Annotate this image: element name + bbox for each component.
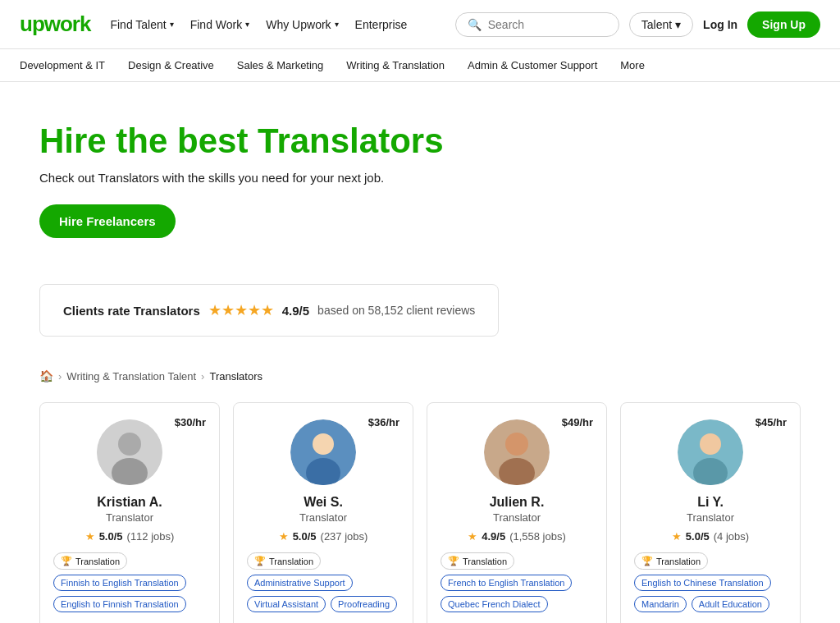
home-icon[interactable]: 🏠 bbox=[39, 369, 53, 383]
card-rate: $45/hr bbox=[756, 416, 787, 428]
svg-point-7 bbox=[505, 433, 528, 456]
breadcrumb-sep-2: › bbox=[201, 370, 204, 383]
cat-nav-item-development---it[interactable]: Development & IT bbox=[20, 59, 105, 71]
talent-label: Talent bbox=[641, 18, 672, 31]
navbar: upwork Find Talent▾Find Work▾Why Upwork▾… bbox=[0, 0, 840, 49]
breadcrumb-sep-1: › bbox=[58, 370, 62, 383]
tag[interactable]: Administrative Support bbox=[247, 575, 353, 591]
svg-point-1 bbox=[118, 433, 141, 456]
jobs-count: (237 jobs) bbox=[321, 530, 368, 543]
rating-score: 4.9/5 bbox=[482, 530, 505, 543]
avatar bbox=[290, 419, 356, 485]
card-rating: ★ 4.9/5 (1,558 jobs) bbox=[468, 530, 566, 543]
search-icon: 🔍 bbox=[468, 18, 482, 31]
avatar bbox=[484, 419, 550, 485]
rating-score: 5.0/5 bbox=[99, 530, 123, 543]
avatar bbox=[97, 419, 162, 485]
card-title: Translator bbox=[299, 511, 347, 524]
rating-score: 5.0/5 bbox=[686, 530, 710, 543]
hire-freelancers-button[interactable]: Hire Freelancers bbox=[39, 204, 176, 238]
card-name: Li Y. bbox=[697, 495, 724, 510]
tag[interactable]: Adult Education bbox=[692, 596, 769, 612]
card-title: Translator bbox=[493, 511, 541, 524]
cat-nav-item-admin---customer-support[interactable]: Admin & Customer Support bbox=[468, 59, 597, 71]
tag[interactable]: Quebec French Dialect bbox=[441, 596, 548, 612]
card-rate: $36/hr bbox=[368, 416, 399, 428]
svg-point-10 bbox=[700, 433, 721, 455]
tag[interactable]: Finnish to English Translation bbox=[53, 575, 186, 591]
search-bar: 🔍 bbox=[455, 12, 619, 37]
tag[interactable]: 🏆 Translation bbox=[53, 552, 127, 570]
hero-title: Hire the best Translators bbox=[39, 121, 801, 161]
tag[interactable]: 🏆 Translation bbox=[634, 552, 708, 570]
nav-link-enterprise[interactable]: Enterprise bbox=[355, 18, 408, 31]
card-rating: ★ 5.0/5 (4 jobs) bbox=[672, 530, 749, 543]
logo[interactable]: upwork bbox=[20, 11, 90, 37]
tag[interactable]: Proofreading bbox=[331, 596, 397, 612]
freelancer-card: $36/hr Wei S. Translator ★ 5.0/5 (237 jo… bbox=[233, 402, 413, 623]
rating-label: Clients rate Translators bbox=[63, 304, 200, 318]
trophy-icon: 🏆 bbox=[254, 556, 266, 566]
breadcrumb: 🏠 › Writing & Translation Talent › Trans… bbox=[0, 356, 840, 389]
talent-dropdown[interactable]: Talent ▾ bbox=[629, 12, 693, 37]
jobs-count: (1,558 jobs) bbox=[509, 530, 566, 543]
tag[interactable]: English to Chinese Translation bbox=[634, 575, 771, 591]
tag[interactable]: English to Finnish Translation bbox=[53, 596, 186, 612]
card-rate: $30/hr bbox=[175, 416, 206, 428]
star-icon: ★ bbox=[468, 530, 477, 543]
navbar-left: upwork Find Talent▾Find Work▾Why Upwork▾… bbox=[20, 11, 407, 37]
card-tags: 🏆 Translation French to English Translat… bbox=[441, 552, 593, 612]
cat-nav-item-design---creative[interactable]: Design & Creative bbox=[128, 59, 214, 71]
card-title: Translator bbox=[687, 511, 734, 524]
card-rating: ★ 5.0/5 (237 jobs) bbox=[279, 530, 368, 543]
chevron-down-icon: ▾ bbox=[170, 20, 174, 29]
card-tags: 🏆 Translation English to Chinese Transla… bbox=[634, 552, 787, 612]
rating-score: 4.9/5 bbox=[282, 304, 309, 318]
cards-container: $30/hr Kristian A. Translator ★ 5.0/5 (1… bbox=[0, 389, 840, 623]
login-button[interactable]: Log In bbox=[703, 18, 737, 31]
tag[interactable]: French to English Translation bbox=[441, 575, 572, 591]
trophy-icon: 🏆 bbox=[448, 556, 459, 566]
card-name: Julien R. bbox=[490, 495, 545, 510]
nav-links: Find Talent▾Find Work▾Why Upwork▾Enterpr… bbox=[110, 18, 407, 31]
star-icon: ★ bbox=[85, 530, 95, 543]
rating-score: 5.0/5 bbox=[293, 530, 317, 543]
tag[interactable]: Virtual Assistant bbox=[247, 596, 326, 612]
rating-box: Clients rate Translators ★★★★★ 4.9/5 bas… bbox=[39, 284, 499, 337]
breadcrumb-current: Translators bbox=[209, 370, 262, 383]
nav-link-why-upwork[interactable]: Why Upwork▾ bbox=[266, 18, 338, 31]
trophy-icon: 🏆 bbox=[641, 556, 653, 566]
breadcrumb-writing[interactable]: Writing & Translation Talent bbox=[66, 370, 196, 383]
tag[interactable]: Mandarin bbox=[634, 596, 687, 612]
category-nav: Development & ITDesign & CreativeSales &… bbox=[0, 49, 840, 82]
tag[interactable]: 🏆 Translation bbox=[441, 552, 514, 570]
card-tags: 🏆 Translation Finnish to English Transla… bbox=[53, 552, 206, 612]
card-tags: 🏆 Translation Administrative Support Vir… bbox=[247, 552, 399, 612]
rating-reviews: based on 58,152 client reviews bbox=[317, 304, 475, 317]
avatar bbox=[678, 419, 743, 485]
freelancer-card: $30/hr Kristian A. Translator ★ 5.0/5 (1… bbox=[39, 402, 220, 623]
star-icon: ★ bbox=[279, 530, 289, 543]
card-name: Kristian A. bbox=[97, 495, 162, 510]
jobs-count: (4 jobs) bbox=[714, 530, 749, 543]
freelancer-card: $49/hr Julien R. Translator ★ 4.9/5 (1,5… bbox=[427, 402, 607, 623]
card-title: Translator bbox=[106, 511, 153, 524]
cat-nav-item-more[interactable]: More bbox=[620, 59, 645, 71]
jobs-count: (112 jobs) bbox=[127, 530, 175, 543]
nav-link-find-work[interactable]: Find Work▾ bbox=[190, 18, 250, 31]
cat-nav-item-sales---marketing[interactable]: Sales & Marketing bbox=[237, 59, 324, 71]
freelancer-card: $45/hr Li Y. Translator ★ 5.0/5 (4 jobs)… bbox=[620, 402, 801, 623]
signup-button[interactable]: Sign Up bbox=[747, 11, 820, 38]
hero: Hire the best Translators Check out Tran… bbox=[0, 82, 840, 264]
cat-nav-item-writing---translation[interactable]: Writing & Translation bbox=[346, 59, 445, 71]
tag[interactable]: 🏆 Translation bbox=[247, 552, 321, 570]
navbar-right: 🔍 Talent ▾ Log In Sign Up bbox=[455, 11, 820, 38]
hero-subtitle: Check out Translators with the skills yo… bbox=[39, 171, 801, 185]
star-icon: ★ bbox=[672, 530, 682, 543]
trophy-icon: 🏆 bbox=[61, 556, 72, 566]
chevron-down-icon: ▾ bbox=[245, 20, 249, 29]
card-name: Wei S. bbox=[304, 495, 343, 510]
search-input[interactable] bbox=[488, 18, 595, 31]
stars: ★★★★★ bbox=[208, 301, 274, 319]
nav-link-find-talent[interactable]: Find Talent▾ bbox=[110, 18, 173, 31]
